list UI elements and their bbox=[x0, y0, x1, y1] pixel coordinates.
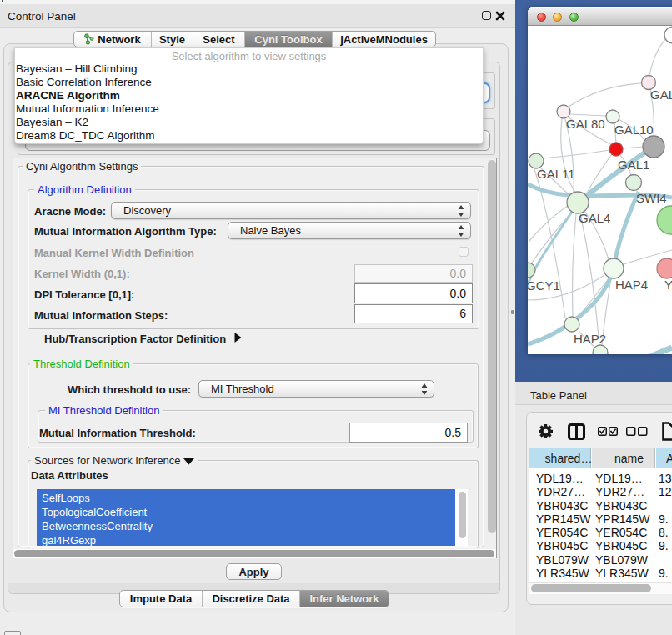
svg-text:GAL1: GAL1 bbox=[618, 158, 649, 172]
svg-text:HAP4: HAP4 bbox=[615, 278, 648, 292]
svg-text:GAL2: GAL2 bbox=[650, 88, 672, 102]
svg-text:GAL4: GAL4 bbox=[579, 211, 610, 225]
svg-text:GAL80: GAL80 bbox=[566, 117, 605, 131]
svg-text:GAL10: GAL10 bbox=[614, 122, 654, 137]
svg-text:GCY1: GCY1 bbox=[528, 278, 560, 292]
svg-text:SWI4: SWI4 bbox=[636, 191, 667, 205]
svg-text:Y: Y bbox=[664, 278, 672, 292]
svg-text:HAP2: HAP2 bbox=[574, 332, 606, 346]
svg-text:GAL11: GAL11 bbox=[537, 167, 575, 181]
